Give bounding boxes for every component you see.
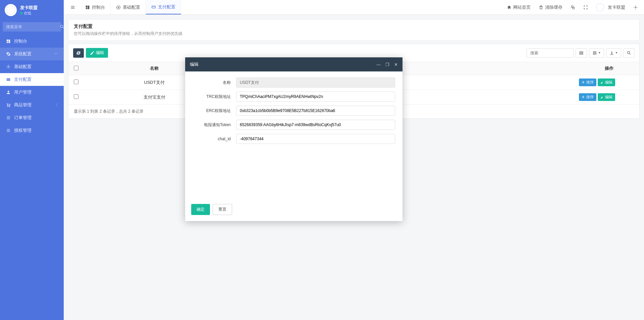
user-menu[interactable]: 发卡联盟: [592, 0, 629, 14]
modal-footer: 确定 重置: [185, 200, 402, 221]
download-icon: [609, 51, 614, 55]
svg-rect-34: [595, 54, 596, 54]
row-checkbox[interactable]: [74, 79, 78, 84]
home-link[interactable]: 网站首页: [503, 0, 535, 14]
sort-button[interactable]: 排序: [579, 78, 596, 86]
svg-rect-33: [594, 54, 595, 54]
reset-button[interactable]: 重置: [213, 204, 232, 215]
status-indicator: 在线: [20, 11, 38, 16]
wallet-icon: [151, 5, 156, 9]
input-telegram-token[interactable]: [236, 120, 395, 130]
caret-down-icon: ▼: [615, 51, 618, 54]
search-menu-input[interactable]: [3, 22, 60, 32]
list-icon: [6, 128, 11, 133]
dashboard-icon: [6, 39, 11, 44]
label-token: 电报通知Token: [193, 122, 236, 128]
move-icon: [582, 96, 585, 99]
settings-button[interactable]: [629, 0, 642, 14]
columns-button[interactable]: ▼: [589, 48, 604, 58]
expand-icon: [583, 5, 588, 10]
svg-rect-27: [594, 51, 595, 52]
svg-point-23: [635, 7, 636, 8]
close-icon[interactable]: ✕: [394, 62, 398, 67]
globe-icon: [571, 5, 575, 10]
svg-point-6: [7, 106, 8, 107]
pencil-icon: [600, 81, 604, 84]
tab-basic-config[interactable]: 基础配置: [111, 0, 146, 14]
status-text: 在线: [24, 11, 31, 16]
nav-auth-mgmt[interactable]: 授权管理: [0, 124, 64, 137]
modal-titlebar[interactable]: 编辑 — ❐ ✕: [185, 57, 402, 71]
svg-rect-25: [580, 53, 583, 54]
user-avatar: [596, 3, 604, 11]
toggle-view-button[interactable]: [576, 48, 587, 58]
edit-modal: 编辑 — ❐ ✕ 名称 TRC权限地址 ERC权限地址 电报通知Token: [185, 57, 402, 221]
user-icon: [6, 90, 11, 95]
cart-icon: [6, 103, 11, 107]
toggle-sidebar-button[interactable]: [66, 0, 80, 14]
fullscreen-button[interactable]: [579, 0, 592, 14]
row-edit-button[interactable]: 编辑: [598, 93, 615, 101]
svg-rect-29: [593, 52, 594, 53]
row-edit-button[interactable]: 编辑: [598, 78, 615, 86]
tab-payment-config[interactable]: 支付配置: [146, 0, 181, 14]
gear-icon: [116, 5, 121, 10]
tab-dashboard[interactable]: 控制台: [80, 0, 111, 14]
refresh-icon: [76, 51, 81, 55]
svg-rect-24: [580, 51, 583, 52]
edit-button[interactable]: 编辑: [86, 48, 108, 58]
modal-body: 名称 TRC权限地址 ERC权限地址 电报通知Token chat_id: [185, 71, 402, 200]
sidebar-menu: 控制台 系统配置 ﹀ 基础配置 支付配置 用户管理 商品管理: [0, 35, 64, 137]
nav-payment-config[interactable]: 支付配置: [0, 73, 64, 86]
sidebar-header: 发卡联盟 在线: [0, 0, 64, 20]
svg-rect-31: [595, 52, 596, 53]
home-icon: [507, 5, 512, 10]
input-name[interactable]: [236, 77, 395, 88]
nav-product-mgmt[interactable]: 商品管理 〈: [0, 99, 64, 111]
pencil-icon: [90, 51, 95, 55]
chevron-down-icon: ﹀: [54, 52, 58, 56]
common-search-button[interactable]: [623, 48, 635, 58]
page-subtitle: 您可以拖动操作栏中的排序按钮，从而控制用户支付的优先级: [74, 31, 634, 37]
topbar: 控制台 基础配置 支付配置 网站首页 清除缓存: [64, 0, 644, 15]
svg-rect-4: [7, 79, 10, 79]
row-checkbox[interactable]: [74, 94, 78, 99]
select-all-checkbox[interactable]: [74, 66, 78, 70]
gear-icon: [633, 5, 638, 10]
svg-line-36: [629, 53, 630, 54]
submit-button[interactable]: 确定: [191, 204, 210, 215]
gear-icon: [6, 64, 11, 69]
nav-system-config[interactable]: 系统配置 ﹀: [0, 48, 64, 60]
clear-cache-button[interactable]: 清除缓存: [535, 0, 567, 14]
table-search-input[interactable]: [527, 48, 574, 58]
input-chat-id[interactable]: [236, 134, 395, 144]
label-erc: ERC权限地址: [193, 108, 236, 114]
svg-point-2: [8, 66, 9, 67]
nav-user-mgmt[interactable]: 用户管理: [0, 86, 64, 99]
language-button[interactable]: [567, 0, 579, 14]
svg-rect-28: [595, 51, 596, 52]
nav-dashboard[interactable]: 控制台: [0, 35, 64, 48]
trash-icon: [539, 5, 543, 10]
svg-point-18: [118, 7, 119, 8]
minimize-icon[interactable]: —: [376, 62, 381, 67]
card-view-icon: [579, 51, 584, 55]
svg-rect-30: [594, 52, 595, 53]
chevron-left-icon: 〈: [54, 103, 58, 107]
svg-rect-32: [593, 54, 594, 54]
export-button[interactable]: ▼: [606, 48, 621, 58]
maximize-icon[interactable]: ❐: [385, 62, 389, 67]
nav-basic-config[interactable]: 基础配置: [0, 60, 64, 73]
sort-button[interactable]: 排序: [579, 93, 596, 101]
wallet-icon: [6, 77, 11, 82]
list-icon: [6, 115, 11, 120]
menu-icon: [70, 5, 75, 10]
label-trc: TRC权限地址: [193, 94, 236, 100]
refresh-button[interactable]: [73, 48, 84, 58]
input-erc-address[interactable]: [236, 106, 395, 116]
gear-icon: [6, 52, 11, 56]
page-header: 支付配置 您可以拖动操作栏中的排序按钮，从而控制用户支付的优先级: [68, 19, 640, 41]
move-icon: [582, 81, 585, 84]
input-trc-address[interactable]: [236, 92, 395, 102]
nav-order-mgmt[interactable]: 订单管理: [0, 111, 64, 124]
